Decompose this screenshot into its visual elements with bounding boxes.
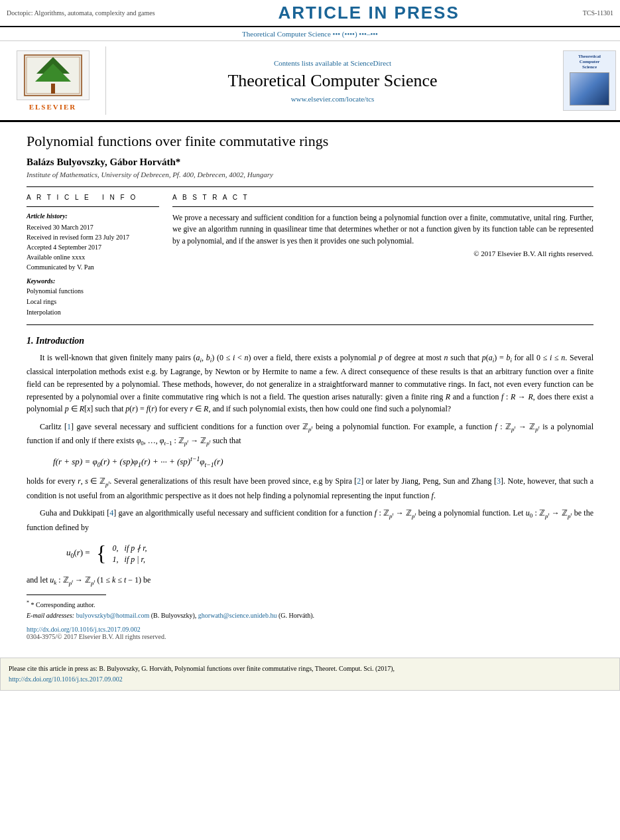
abstract-rule xyxy=(172,206,593,207)
footnote-corresponding: * * Corresponding author. xyxy=(27,599,593,610)
journal-url: www.elsevier.com/locate/tcs xyxy=(291,95,375,103)
email-link-1[interactable]: bulyovszkyb@hotmail.com xyxy=(76,612,150,619)
journal-title: Theoretical Computer Science xyxy=(227,71,437,91)
section1-para4: Guha and Dukkipati [4] gave an algorithm… xyxy=(27,507,593,533)
tcs-number: TCS-11301 xyxy=(583,9,613,17)
elsevier-logo-section: ELSEVIER xyxy=(0,46,106,115)
doi-link[interactable]: http://dx.doi.org/10.1016/j.tcs.2017.09.… xyxy=(27,626,593,633)
elsevier-tree-icon xyxy=(23,54,83,97)
citation-line1: Please cite this article in press as: B.… xyxy=(9,665,395,672)
article-in-press-label: ARTICLE IN PRESS xyxy=(279,3,460,23)
svg-rect-1 xyxy=(51,84,55,94)
piecewise-function: u0(r) = { 0, if p ∤ r, 1, if p | r, xyxy=(66,541,593,566)
abstract-column: A B S T R A C T We prove a necessary and… xyxy=(172,194,593,318)
keyword-3: Interpolation xyxy=(27,307,159,318)
received-revised-date: Received in revised form 23 July 2017 xyxy=(27,232,159,242)
abstract-heading: A B S T R A C T xyxy=(172,194,593,201)
footnote-emails: E-mail addresses: bulyovszkyb@hotmail.co… xyxy=(27,610,593,620)
contents-link: Contents lists available at ScienceDirec… xyxy=(274,59,391,67)
citation-line2[interactable]: http://dx.doi.org/10.1016/j.tcs.2017.09.… xyxy=(9,675,123,683)
info-rule xyxy=(27,206,159,207)
keyword-1: Polynomial functions xyxy=(27,286,159,297)
article-info-abstract-section: A R T I C L E I N F O Article history: R… xyxy=(27,186,593,325)
doctopic-label: Doctopic: Algorithms, automata, complexi… xyxy=(7,9,155,17)
available-online: Available online xxxx xyxy=(27,252,159,262)
journal-link-line: Theoretical Computer Science ••• (••••) … xyxy=(0,27,620,41)
article-body: Polynomial functions over finite commuta… xyxy=(0,122,620,651)
abstract-text: We prove a necessary and sufficient cond… xyxy=(172,212,593,247)
article-info-heading: A R T I C L E I N F O xyxy=(27,194,159,201)
elsevier-logo-box xyxy=(17,50,90,100)
journal-header-main: Contents lists available at ScienceDirec… xyxy=(106,46,559,115)
communicated-by: Communicated by V. Pan xyxy=(27,262,159,272)
article-affiliation: Institute of Mathematics, University of … xyxy=(27,171,593,178)
section1-para5: and let uk : ℤpt → ℤpt (1 ≤ k ≤ t − 1) b… xyxy=(27,574,593,588)
keywords-label: Keywords: xyxy=(27,277,159,285)
thumb-image xyxy=(570,72,609,105)
elsevier-text: ELSEVIER xyxy=(29,103,77,111)
thumb-title: TheoreticalComputerScience xyxy=(578,54,601,70)
journal-header: ELSEVIER Contents lists available at Sci… xyxy=(0,41,620,122)
article-info-column: A R T I C L E I N F O Article history: R… xyxy=(27,194,159,318)
section1-para3: holds for every r, s ∈ ℤpt. Several gene… xyxy=(27,475,593,502)
article-authors: Balázs Bulyovszky, Gábor Horváth* xyxy=(27,157,593,168)
footnote-rule xyxy=(27,595,106,595)
history-label: Article history: xyxy=(27,212,159,220)
citation-bar: Please cite this article in press as: B.… xyxy=(0,658,620,691)
abstract-copyright: © 2017 Elsevier B.V. All rights reserved… xyxy=(172,249,593,257)
email-link-2[interactable]: ghorwath@science.unideb.hu xyxy=(198,612,277,619)
section1-para1: It is well-known that given finitely man… xyxy=(27,352,593,415)
section-1-title: 1. Introduction xyxy=(27,336,593,346)
article-title: Polynomial functions over finite commuta… xyxy=(27,133,593,150)
section1-para2: Carlitz [1] gave several necessary and s… xyxy=(27,421,593,449)
journal-thumbnail: TheoreticalComputerScience xyxy=(563,50,616,111)
accepted-date: Accepted 4 September 2017 xyxy=(27,242,159,252)
top-banner: Doctopic: Algorithms, automata, complexi… xyxy=(0,0,620,27)
doi-copyright: 0304-3975/© 2017 Elsevier B.V. All right… xyxy=(27,633,593,640)
journal-reference: Theoretical Computer Science ••• (••••) … xyxy=(242,30,378,38)
received-date: Received 30 March 2017 xyxy=(27,222,159,232)
formula-1: f(r + sp) = φ0(r) + (sp)φ1(r) + ··· + (s… xyxy=(53,455,593,468)
keyword-2: Local rings xyxy=(27,297,159,307)
